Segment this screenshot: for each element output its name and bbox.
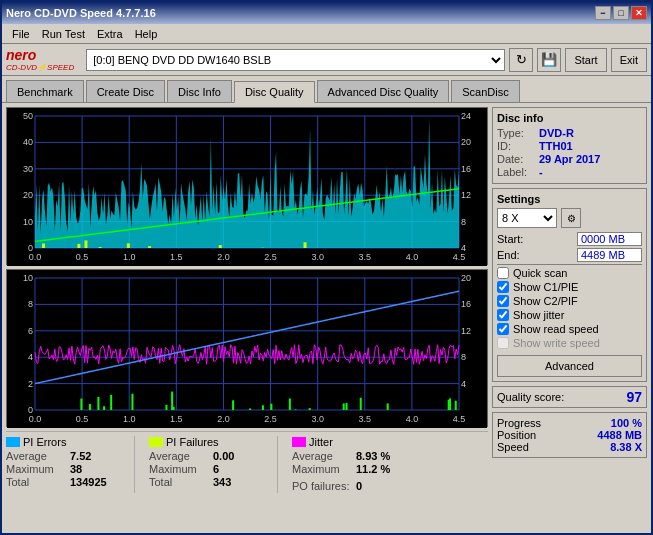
pi-errors-average-label: Average — [6, 450, 66, 462]
progress-value: 100 % — [611, 417, 642, 429]
show-write-speed-label: Show write speed — [513, 337, 600, 349]
pi-errors-average: Average 7.52 — [6, 450, 120, 462]
drive-selector[interactable]: [0:0] BENQ DVD DD DW1640 BSLB — [86, 49, 505, 71]
maximize-button[interactable]: □ — [613, 6, 629, 20]
tab-create-disc[interactable]: Create Disc — [86, 80, 165, 102]
close-button[interactable]: ✕ — [631, 6, 647, 20]
exit-button[interactable]: Exit — [611, 48, 647, 72]
settings-title: Settings — [497, 193, 642, 205]
jitter-average: Average 8.93 % — [292, 450, 406, 462]
tab-scan-disc[interactable]: ScanDisc — [451, 80, 519, 102]
speed-row: 8 X Max 4 X 6 X 12 X 16 X ⚙ — [497, 208, 642, 228]
pi-errors-label: PI Errors — [23, 436, 66, 448]
divider-1 — [134, 436, 135, 493]
show-read-speed-label: Show read speed — [513, 323, 599, 335]
pi-failures-average-label: Average — [149, 450, 209, 462]
speed-row-prog: Speed 8.38 X — [497, 441, 642, 453]
application-window: Nero CD-DVD Speed 4.7.7.16 − □ ✕ File Ru… — [0, 0, 653, 535]
progress-label: Progress — [497, 417, 541, 429]
quick-scan-row: Quick scan — [497, 267, 642, 279]
progress-row: Progress 100 % — [497, 417, 642, 429]
end-mb-row: End: 4489 MB — [497, 248, 642, 262]
position-label: Position — [497, 429, 536, 441]
settings-icon-button[interactable]: ⚙ — [561, 208, 581, 228]
chart-top — [6, 107, 488, 265]
jitter-label: Jitter — [309, 436, 333, 448]
pi-failures-maximum: Maximum 6 — [149, 463, 263, 475]
speed-value: 8.38 X — [610, 441, 642, 453]
show-c2-pif-label: Show C2/PIF — [513, 295, 578, 307]
show-read-speed-checkbox[interactable] — [497, 323, 509, 335]
pi-errors-maximum: Maximum 38 — [6, 463, 120, 475]
show-c1-pie-row: Show C1/PIE — [497, 281, 642, 293]
show-jitter-checkbox[interactable] — [497, 309, 509, 321]
po-failures-value: 0 — [356, 480, 406, 492]
jitter-maximum-value: 11.2 % — [356, 463, 406, 475]
progress-panel: Progress 100 % Position 4488 MB Speed 8.… — [492, 412, 647, 458]
pi-failures-stats: PI Failures Average 0.00 Maximum 6 Total — [149, 436, 263, 493]
position-row: Position 4488 MB — [497, 429, 642, 441]
pi-failures-legend-color — [149, 437, 163, 447]
chart-area: PI Errors Average 7.52 Maximum 38 Total — [6, 107, 488, 529]
po-failures-label: PO failures: — [292, 480, 352, 492]
jitter-stats: Jitter Average 8.93 % Maximum 11.2 % PO … — [292, 436, 406, 493]
menu-run-test[interactable]: Run Test — [36, 26, 91, 42]
quick-scan-checkbox[interactable] — [497, 267, 509, 279]
disc-info-title: Disc info — [497, 112, 642, 124]
tab-advanced-disc-quality[interactable]: Advanced Disc Quality — [317, 80, 450, 102]
pi-errors-total-value: 134925 — [70, 476, 120, 488]
disc-label-row: Label: - — [497, 166, 642, 178]
advanced-button[interactable]: Advanced — [497, 355, 642, 377]
pi-failures-maximum-label: Maximum — [149, 463, 209, 475]
show-jitter-row: Show jitter — [497, 309, 642, 321]
logo: nero CD-DVD⚡SPEED — [6, 47, 74, 72]
menu-bar: File Run Test Extra Help — [2, 24, 651, 44]
show-c1-pie-label: Show C1/PIE — [513, 281, 578, 293]
refresh-button[interactable]: ↻ — [509, 48, 533, 72]
disc-date-label: Date: — [497, 153, 535, 165]
tab-benchmark[interactable]: Benchmark — [6, 80, 84, 102]
menu-extra[interactable]: Extra — [91, 26, 129, 42]
jitter-average-label: Average — [292, 450, 352, 462]
logo-text: nero — [6, 47, 36, 63]
stats-area: PI Errors Average 7.52 Maximum 38 Total — [6, 431, 488, 497]
disc-date-row: Date: 29 Apr 2017 — [497, 153, 642, 165]
disc-id-value: TTH01 — [539, 140, 573, 152]
pi-errors-total: Total 134925 — [6, 476, 120, 488]
show-c1-pie-checkbox[interactable] — [497, 281, 509, 293]
show-write-speed-row: Show write speed — [497, 337, 642, 349]
show-c2-pif-checkbox[interactable] — [497, 295, 509, 307]
disc-type-row: Type: DVD-R — [497, 127, 642, 139]
settings-panel: Settings 8 X Max 4 X 6 X 12 X 16 X ⚙ Sta… — [492, 188, 647, 382]
speed-selector[interactable]: 8 X Max 4 X 6 X 12 X 16 X — [497, 208, 557, 228]
tab-bar: Benchmark Create Disc Disc Info Disc Qua… — [2, 76, 651, 102]
end-mb-label: End: — [497, 249, 520, 261]
disc-label-label: Label: — [497, 166, 535, 178]
jitter-average-value: 8.93 % — [356, 450, 406, 462]
start-button[interactable]: Start — [565, 48, 606, 72]
jitter-legend: Jitter — [292, 436, 406, 448]
menu-help[interactable]: Help — [129, 26, 164, 42]
pi-errors-legend: PI Errors — [6, 436, 120, 448]
end-mb-value: 4489 MB — [577, 248, 642, 262]
tab-disc-info[interactable]: Disc Info — [167, 80, 232, 102]
toolbar: nero CD-DVD⚡SPEED [0:0] BENQ DVD DD DW16… — [2, 44, 651, 76]
disc-type-label: Type: — [497, 127, 535, 139]
window-title: Nero CD-DVD Speed 4.7.7.16 — [6, 7, 156, 19]
pi-failures-total-label: Total — [149, 476, 209, 488]
quality-score-value: 97 — [626, 389, 642, 405]
disc-info-panel: Disc info Type: DVD-R ID: TTH01 Date: 29… — [492, 107, 647, 184]
speed-label: Speed — [497, 441, 529, 453]
minimize-button[interactable]: − — [595, 6, 611, 20]
pi-errors-maximum-value: 38 — [70, 463, 120, 475]
jitter-maximum-label: Maximum — [292, 463, 352, 475]
menu-file[interactable]: File — [6, 26, 36, 42]
start-mb-label: Start: — [497, 233, 523, 245]
pi-errors-average-value: 7.52 — [70, 450, 120, 462]
title-bar: Nero CD-DVD Speed 4.7.7.16 − □ ✕ — [2, 2, 651, 24]
tab-disc-quality[interactable]: Disc Quality — [234, 81, 315, 103]
show-write-speed-checkbox[interactable] — [497, 337, 509, 349]
save-button[interactable]: 💾 — [537, 48, 561, 72]
quality-score-panel: Quality score: 97 — [492, 386, 647, 408]
disc-id-label: ID: — [497, 140, 535, 152]
